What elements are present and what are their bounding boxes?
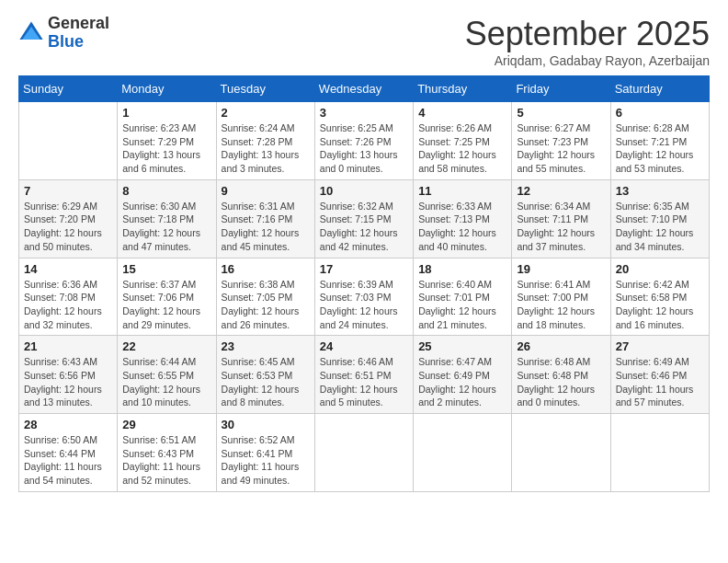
calendar-cell: 19Sunrise: 6:41 AM Sunset: 7:00 PM Dayli… [512, 258, 610, 336]
day-info: Sunrise: 6:32 AM Sunset: 7:15 PM Dayligh… [320, 200, 408, 254]
day-info: Sunrise: 6:46 AM Sunset: 6:51 PM Dayligh… [320, 355, 408, 409]
calendar-cell [19, 102, 118, 180]
calendar-week-4: 21Sunrise: 6:43 AM Sunset: 6:56 PM Dayli… [19, 336, 710, 414]
month-title: September 2025 [465, 15, 710, 53]
day-header-friday: Friday [512, 76, 610, 102]
day-number: 30 [222, 418, 310, 431]
calendar-cell: 8Sunrise: 6:30 AM Sunset: 7:18 PM Daylig… [118, 179, 216, 258]
calendar-cell: 23Sunrise: 6:45 AM Sunset: 6:53 PM Dayli… [216, 336, 314, 414]
calendar-cell [314, 414, 413, 492]
calendar-header: SundayMondayTuesdayWednesdayThursdayFrid… [19, 76, 710, 102]
day-number: 19 [517, 262, 605, 276]
day-header-tuesday: Tuesday [216, 76, 314, 102]
day-info: Sunrise: 6:31 AM Sunset: 7:16 PM Dayligh… [222, 200, 310, 254]
day-header-sunday: Sunday [19, 76, 118, 102]
day-number: 22 [122, 339, 210, 353]
day-number: 4 [418, 106, 506, 120]
day-info: Sunrise: 6:47 AM Sunset: 6:49 PM Dayligh… [418, 355, 506, 409]
day-number: 24 [320, 339, 408, 353]
day-info: Sunrise: 6:28 AM Sunset: 7:21 PM Dayligh… [616, 121, 704, 176]
day-info: Sunrise: 6:49 AM Sunset: 6:46 PM Dayligh… [616, 355, 704, 409]
calendar-cell: 3Sunrise: 6:25 AM Sunset: 7:26 PM Daylig… [314, 102, 413, 180]
calendar-week-2: 7Sunrise: 6:29 AM Sunset: 7:20 PM Daylig… [19, 179, 710, 258]
calendar-cell: 14Sunrise: 6:36 AM Sunset: 7:08 PM Dayli… [19, 258, 118, 336]
day-info: Sunrise: 6:42 AM Sunset: 6:58 PM Dayligh… [616, 278, 704, 332]
day-info: Sunrise: 6:45 AM Sunset: 6:53 PM Dayligh… [222, 355, 310, 409]
calendar-cell: 27Sunrise: 6:49 AM Sunset: 6:46 PM Dayli… [610, 336, 709, 414]
day-info: Sunrise: 6:29 AM Sunset: 7:20 PM Dayligh… [24, 200, 112, 254]
day-number: 25 [418, 339, 506, 353]
day-info: Sunrise: 6:26 AM Sunset: 7:25 PM Dayligh… [418, 121, 506, 176]
calendar-week-3: 14Sunrise: 6:36 AM Sunset: 7:08 PM Dayli… [19, 258, 710, 336]
calendar-cell: 28Sunrise: 6:50 AM Sunset: 6:44 PM Dayli… [19, 414, 118, 492]
calendar-cell: 16Sunrise: 6:38 AM Sunset: 7:05 PM Dayli… [216, 258, 314, 336]
day-number: 11 [418, 184, 506, 198]
calendar-cell: 1Sunrise: 6:23 AM Sunset: 7:29 PM Daylig… [118, 102, 216, 180]
day-number: 20 [616, 262, 704, 276]
day-info: Sunrise: 6:34 AM Sunset: 7:11 PM Dayligh… [517, 200, 605, 254]
day-header-wednesday: Wednesday [314, 76, 413, 102]
day-info: Sunrise: 6:25 AM Sunset: 7:26 PM Dayligh… [320, 121, 408, 176]
day-number: 27 [616, 339, 704, 353]
logo-icon [18, 20, 44, 46]
day-number: 2 [222, 106, 310, 120]
day-info: Sunrise: 6:48 AM Sunset: 6:48 PM Dayligh… [517, 355, 605, 409]
day-number: 1 [122, 106, 210, 120]
calendar-cell: 22Sunrise: 6:44 AM Sunset: 6:55 PM Dayli… [118, 336, 216, 414]
day-info: Sunrise: 6:39 AM Sunset: 7:03 PM Dayligh… [320, 278, 408, 332]
day-info: Sunrise: 6:43 AM Sunset: 6:56 PM Dayligh… [24, 355, 112, 409]
location-subtitle: Ariqdam, Gadabay Rayon, Azerbaijan [465, 53, 710, 68]
day-info: Sunrise: 6:44 AM Sunset: 6:55 PM Dayligh… [122, 355, 210, 409]
calendar-cell: 17Sunrise: 6:39 AM Sunset: 7:03 PM Dayli… [314, 258, 413, 336]
day-info: Sunrise: 6:27 AM Sunset: 7:23 PM Dayligh… [517, 121, 605, 176]
day-number: 7 [24, 184, 112, 198]
calendar-cell [512, 414, 610, 492]
calendar-cell: 2Sunrise: 6:24 AM Sunset: 7:28 PM Daylig… [216, 102, 314, 180]
calendar-cell: 11Sunrise: 6:33 AM Sunset: 7:13 PM Dayli… [414, 179, 512, 258]
day-number: 8 [122, 184, 210, 198]
day-info: Sunrise: 6:24 AM Sunset: 7:28 PM Dayligh… [222, 121, 310, 176]
day-info: Sunrise: 6:36 AM Sunset: 7:08 PM Dayligh… [24, 278, 112, 332]
day-number: 6 [616, 106, 704, 120]
logo-text: General Blue [48, 15, 109, 52]
day-number: 12 [517, 184, 605, 198]
calendar-table: SundayMondayTuesdayWednesdayThursdayFrid… [18, 75, 710, 492]
calendar-cell: 13Sunrise: 6:35 AM Sunset: 7:10 PM Dayli… [610, 179, 709, 258]
calendar-cell: 10Sunrise: 6:32 AM Sunset: 7:15 PM Dayli… [314, 179, 413, 258]
day-number: 23 [222, 339, 310, 353]
day-number: 21 [24, 339, 112, 353]
day-number: 29 [122, 418, 210, 431]
day-info: Sunrise: 6:30 AM Sunset: 7:18 PM Dayligh… [122, 200, 210, 254]
calendar-cell [414, 414, 512, 492]
day-info: Sunrise: 6:52 AM Sunset: 6:41 PM Dayligh… [222, 433, 310, 488]
calendar-cell: 20Sunrise: 6:42 AM Sunset: 6:58 PM Dayli… [610, 258, 709, 336]
calendar-cell: 5Sunrise: 6:27 AM Sunset: 7:23 PM Daylig… [512, 102, 610, 180]
calendar-cell: 25Sunrise: 6:47 AM Sunset: 6:49 PM Dayli… [414, 336, 512, 414]
day-info: Sunrise: 6:40 AM Sunset: 7:01 PM Dayligh… [418, 278, 506, 332]
day-info: Sunrise: 6:41 AM Sunset: 7:00 PM Dayligh… [517, 278, 605, 332]
day-header-saturday: Saturday [610, 76, 709, 102]
day-header-thursday: Thursday [414, 76, 512, 102]
calendar-cell: 30Sunrise: 6:52 AM Sunset: 6:41 PM Dayli… [216, 414, 314, 492]
day-info: Sunrise: 6:51 AM Sunset: 6:43 PM Dayligh… [122, 433, 210, 488]
calendar-cell: 7Sunrise: 6:29 AM Sunset: 7:20 PM Daylig… [19, 179, 118, 258]
calendar-cell: 29Sunrise: 6:51 AM Sunset: 6:43 PM Dayli… [118, 414, 216, 492]
day-info: Sunrise: 6:37 AM Sunset: 7:06 PM Dayligh… [122, 278, 210, 332]
calendar-week-5: 28Sunrise: 6:50 AM Sunset: 6:44 PM Dayli… [19, 414, 710, 492]
calendar-cell: 24Sunrise: 6:46 AM Sunset: 6:51 PM Dayli… [314, 336, 413, 414]
calendar-cell: 4Sunrise: 6:26 AM Sunset: 7:25 PM Daylig… [414, 102, 512, 180]
day-number: 18 [418, 262, 506, 276]
day-number: 15 [122, 262, 210, 276]
calendar-cell: 18Sunrise: 6:40 AM Sunset: 7:01 PM Dayli… [414, 258, 512, 336]
day-number: 14 [24, 262, 112, 276]
day-number: 17 [320, 262, 408, 276]
day-info: Sunrise: 6:35 AM Sunset: 7:10 PM Dayligh… [616, 200, 704, 254]
day-number: 16 [222, 262, 310, 276]
day-number: 28 [24, 418, 112, 431]
day-number: 13 [616, 184, 704, 198]
calendar-cell: 26Sunrise: 6:48 AM Sunset: 6:48 PM Dayli… [512, 336, 610, 414]
day-info: Sunrise: 6:23 AM Sunset: 7:29 PM Dayligh… [122, 121, 210, 176]
calendar-cell: 6Sunrise: 6:28 AM Sunset: 7:21 PM Daylig… [610, 102, 709, 180]
day-number: 5 [517, 106, 605, 120]
calendar-cell: 21Sunrise: 6:43 AM Sunset: 6:56 PM Dayli… [19, 336, 118, 414]
